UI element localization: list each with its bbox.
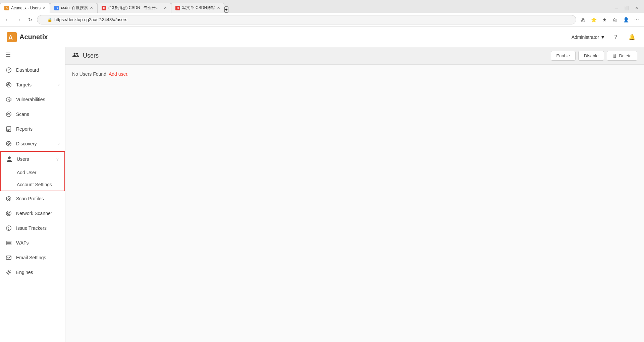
sidebar-item-wafs[interactable]: WAFs bbox=[0, 235, 65, 250]
browser-toolbar: ← → ↻ 🔒 https://desktop-qq2aac2:3443/#/u… bbox=[0, 13, 644, 27]
sidebar-item-network-scanner[interactable]: Network Scanner bbox=[0, 206, 65, 221]
tab-csdn-msg-close[interactable]: ✕ bbox=[164, 6, 167, 10]
add-user-label: Add User bbox=[17, 170, 36, 175]
app-logo-text: Acunetix bbox=[19, 33, 48, 41]
profile-button[interactable]: 👤 bbox=[621, 15, 631, 24]
main-content: Users Enable Disable 🗑 Delete No Users F… bbox=[65, 47, 644, 342]
add-user-link[interactable]: Add user. bbox=[109, 71, 128, 77]
sidebar-item-scan-profiles-label: Scan Profiles bbox=[16, 196, 60, 201]
sidebar-item-scans-label: Scans bbox=[16, 112, 60, 117]
content-body: No Users Found. Add user. bbox=[65, 65, 644, 83]
sidebar-subitem-account-settings[interactable]: Account Settings bbox=[1, 179, 64, 191]
email-settings-icon bbox=[5, 254, 12, 261]
content-header: Users Enable Disable 🗑 Delete bbox=[65, 47, 644, 65]
tab-acunetix-close[interactable]: ✕ bbox=[43, 6, 46, 10]
sidebar-item-email-settings[interactable]: Email Settings bbox=[0, 250, 65, 265]
minimize-button[interactable]: ─ bbox=[612, 3, 621, 13]
sidebar-subitem-add-user[interactable]: Add User bbox=[1, 166, 64, 179]
users-section: Users ∨ Add User Account Settings bbox=[0, 151, 65, 191]
svg-text:A: A bbox=[8, 34, 13, 41]
admin-chevron-icon: ▼ bbox=[600, 35, 605, 40]
notifications-button[interactable]: 🔔 bbox=[627, 32, 637, 43]
svg-rect-25 bbox=[6, 241, 11, 242]
tab-csdn-write-close[interactable]: ✕ bbox=[217, 6, 220, 10]
discovery-icon bbox=[5, 140, 12, 147]
svg-point-19 bbox=[8, 198, 9, 199]
vulnerabilities-icon: ⚙ bbox=[5, 96, 12, 103]
header-right: Administrator ▼ ? 🔔 bbox=[572, 32, 637, 43]
maximize-button[interactable]: ⬜ bbox=[622, 3, 631, 13]
tab-acunetix[interactable]: A Acunetix - Users ✕ bbox=[0, 3, 50, 13]
toolbar-actions: あ ⭐ ★ 🗂 👤 ⋯ bbox=[578, 15, 641, 24]
help-button[interactable]: ? bbox=[610, 32, 621, 43]
sidebar: ☰ Dashboard Targets › bbox=[0, 47, 65, 342]
reload-button[interactable]: ↻ bbox=[25, 15, 35, 24]
sidebar-item-engines[interactable]: Engines bbox=[0, 265, 65, 280]
forward-button[interactable]: → bbox=[14, 15, 23, 24]
sidebar-toggle-button[interactable]: ☰ bbox=[5, 51, 11, 59]
back-button[interactable]: ← bbox=[3, 15, 12, 24]
sidebar-item-reports[interactable]: Reports bbox=[0, 122, 65, 136]
delete-icon: 🗑 bbox=[612, 53, 617, 58]
targets-chevron-icon: › bbox=[58, 82, 60, 87]
acunetix-logo-icon: A bbox=[7, 32, 17, 42]
sidebar-nav: Dashboard Targets › ⚙ Vulnerabilities bbox=[0, 63, 65, 280]
tab-acunetix-title: Acunetix - Users bbox=[11, 6, 41, 10]
disable-button[interactable]: Disable bbox=[578, 51, 604, 61]
tab-csdn-baidu[interactable]: B csdn_百度搜索 ✕ bbox=[50, 3, 97, 13]
users-title-icon bbox=[72, 51, 79, 60]
app-logo: A Acunetix bbox=[7, 32, 48, 42]
sidebar-item-issue-trackers[interactable]: Issue Trackers bbox=[0, 221, 65, 235]
sidebar-item-dashboard[interactable]: Dashboard bbox=[0, 63, 65, 77]
delete-button[interactable]: 🗑 Delete bbox=[607, 51, 637, 61]
close-window-button[interactable]: ✕ bbox=[632, 3, 641, 13]
settings-button[interactable]: ⋯ bbox=[632, 15, 641, 24]
favorites-button[interactable]: ★ bbox=[600, 15, 609, 24]
sidebar-item-scans[interactable]: Scans bbox=[0, 107, 65, 122]
browser-tabs: A Acunetix - Users ✕ B csdn_百度搜索 ✕ C (13… bbox=[0, 0, 644, 13]
sidebar-item-vulnerabilities-label: Vulnerabilities bbox=[16, 97, 60, 102]
tab-csdn-msg-title: (13条消息) CSDN - 专业开发者社... bbox=[108, 5, 162, 11]
sidebar-item-targets[interactable]: Targets › bbox=[0, 77, 65, 92]
collections-button[interactable]: 🗂 bbox=[610, 15, 620, 24]
delete-label: Delete bbox=[619, 53, 632, 58]
sidebar-item-dashboard-label: Dashboard bbox=[16, 67, 60, 73]
issue-trackers-icon bbox=[5, 225, 12, 231]
sidebar-item-targets-label: Targets bbox=[16, 82, 54, 87]
sidebar-item-scan-profiles[interactable]: Scan Profiles bbox=[0, 191, 65, 206]
app-container: A Acunetix Administrator ▼ ? 🔔 ☰ bbox=[0, 27, 644, 342]
sidebar-item-users-label: Users bbox=[17, 156, 52, 162]
tab-csdn-baidu-close[interactable]: ✕ bbox=[90, 6, 93, 10]
sidebar-item-discovery-label: Discovery bbox=[16, 141, 54, 146]
svg-text:⚙: ⚙ bbox=[8, 98, 11, 101]
translate-button[interactable]: あ bbox=[578, 15, 588, 24]
engines-icon bbox=[5, 269, 12, 276]
sidebar-item-reports-label: Reports bbox=[16, 126, 60, 132]
new-tab-button[interactable]: + bbox=[224, 6, 228, 13]
tab-csdn-msg[interactable]: C (13条消息) CSDN - 专业开发者社... ✕ bbox=[97, 3, 171, 13]
sidebar-item-vulnerabilities[interactable]: ⚙ Vulnerabilities bbox=[0, 92, 65, 107]
reports-icon bbox=[5, 126, 12, 132]
browser-chrome: A Acunetix - Users ✕ B csdn_百度搜索 ✕ C (13… bbox=[0, 0, 644, 27]
read-aloud-button[interactable]: ⭐ bbox=[589, 15, 598, 24]
sidebar-item-network-scanner-label: Network Scanner bbox=[16, 211, 60, 216]
main-layout: ☰ Dashboard Targets › bbox=[0, 47, 644, 342]
lock-icon: 🔒 bbox=[47, 17, 52, 22]
svg-point-6 bbox=[8, 84, 9, 85]
address-bar[interactable]: 🔒 https://desktop-qq2aac2:3443/#/users bbox=[37, 15, 576, 24]
account-settings-label: Account Settings bbox=[17, 182, 52, 187]
svg-point-29 bbox=[8, 271, 9, 273]
admin-dropdown[interactable]: Administrator ▼ bbox=[572, 35, 605, 40]
sidebar-item-discovery[interactable]: Discovery › bbox=[0, 136, 65, 151]
sidebar-item-users[interactable]: Users ∨ bbox=[1, 152, 64, 166]
users-icon bbox=[6, 156, 13, 162]
tab-csdn-write[interactable]: C 写文章-CSDN博客 ✕ bbox=[171, 3, 224, 13]
admin-label: Administrator bbox=[572, 35, 599, 40]
svg-rect-27 bbox=[6, 244, 11, 245]
sidebar-item-engines-label: Engines bbox=[16, 270, 60, 275]
app-header: A Acunetix Administrator ▼ ? 🔔 bbox=[0, 27, 644, 47]
svg-point-3 bbox=[8, 70, 9, 71]
enable-button[interactable]: Enable bbox=[551, 51, 576, 61]
svg-rect-28 bbox=[6, 256, 11, 260]
content-actions: Enable Disable 🗑 Delete bbox=[551, 51, 637, 61]
